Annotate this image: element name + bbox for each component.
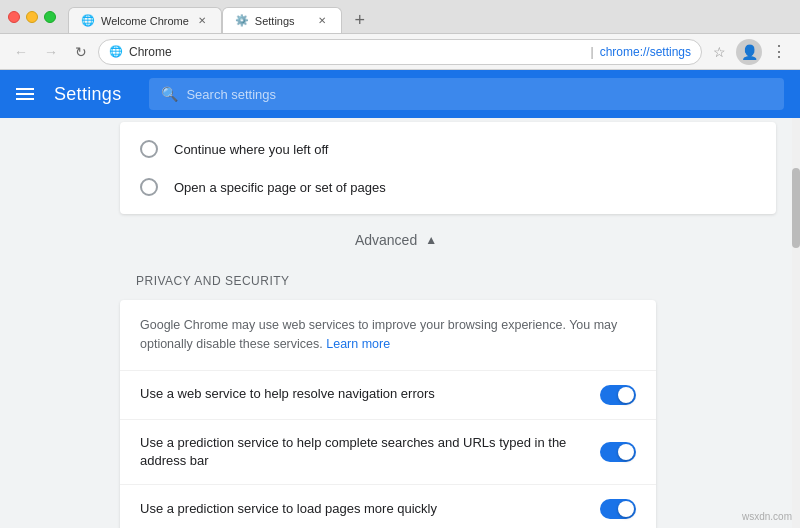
- tab-settings-favicon: ⚙️: [235, 14, 249, 28]
- radio-circle-specific: [140, 178, 158, 196]
- tab-settings-close[interactable]: ✕: [315, 14, 329, 28]
- tab-settings-label: Settings: [255, 15, 309, 27]
- radio-specific[interactable]: Open a specific page or set of pages: [120, 168, 776, 206]
- toggle-row-nav-errors: Use a web service to help resolve naviga…: [120, 371, 656, 420]
- toggle-load-pages[interactable]: [600, 499, 636, 519]
- toggle-nav-errors[interactable]: [600, 385, 636, 405]
- back-button[interactable]: ←: [8, 39, 34, 65]
- toggle-row-load-pages: Use a prediction service to load pages m…: [120, 485, 656, 528]
- url-separator: |: [591, 45, 594, 59]
- radio-specific-label: Open a specific page or set of pages: [174, 180, 386, 195]
- learn-more-link[interactable]: Learn more: [326, 337, 390, 351]
- scrollbar-track: [792, 118, 800, 528]
- tab-welcome-close[interactable]: ✕: [195, 14, 209, 28]
- url-bar[interactable]: 🌐 Chrome | chrome://settings: [98, 39, 702, 65]
- radio-continue[interactable]: Continue where you left off: [120, 130, 776, 168]
- watermark: wsxdn.com: [742, 511, 792, 522]
- refresh-button[interactable]: ↻: [68, 39, 94, 65]
- url-path: chrome://settings: [600, 45, 691, 59]
- minimize-window-button[interactable]: [26, 11, 38, 23]
- toggle-thumb-load-pages: [618, 501, 634, 517]
- tab-welcome-label: Welcome Chrome: [101, 15, 189, 27]
- toggle-thumb-nav-errors: [618, 387, 634, 403]
- advanced-section[interactable]: Advanced ▲: [0, 214, 792, 266]
- close-window-button[interactable]: [8, 11, 20, 23]
- startup-options-card: Continue where you left off Open a speci…: [120, 122, 776, 214]
- tabs-bar: 🌐 Welcome Chrome ✕ ⚙️ Settings ✕ +: [68, 0, 792, 33]
- toggle-prediction[interactable]: [600, 442, 636, 462]
- toggle-row-prediction: Use a prediction service to help complet…: [120, 420, 656, 485]
- new-tab-button[interactable]: +: [346, 7, 374, 33]
- toggle-thumb-prediction: [618, 444, 634, 460]
- toggle-label-prediction: Use a prediction service to help complet…: [140, 434, 600, 470]
- toggle-label-load-pages: Use a prediction service to load pages m…: [140, 500, 600, 518]
- profile-button[interactable]: 👤: [736, 39, 762, 65]
- scrollbar-thumb[interactable]: [792, 168, 800, 248]
- tab-welcome-favicon: 🌐: [81, 14, 95, 28]
- title-bar: 🌐 Welcome Chrome ✕ ⚙️ Settings ✕ +: [0, 0, 800, 34]
- tab-settings[interactable]: ⚙️ Settings ✕: [222, 7, 342, 33]
- search-icon: 🔍: [161, 86, 178, 102]
- bookmark-button[interactable]: ☆: [706, 39, 732, 65]
- hamburger-menu-button[interactable]: [16, 88, 34, 100]
- settings-body: Continue where you left off Open a speci…: [0, 118, 800, 528]
- secure-icon: 🌐: [109, 45, 123, 58]
- forward-button[interactable]: →: [38, 39, 64, 65]
- privacy-card: Google Chrome may use web services to im…: [120, 300, 656, 528]
- search-input[interactable]: Search settings: [186, 87, 276, 102]
- menu-button[interactable]: ⋮: [766, 39, 792, 65]
- address-bar: ← → ↻ 🌐 Chrome | chrome://settings ☆ 👤 ⋮: [0, 34, 800, 70]
- url-protocol: Chrome: [129, 45, 585, 59]
- settings-header: Settings 🔍 Search settings: [0, 70, 800, 118]
- tab-welcome[interactable]: 🌐 Welcome Chrome ✕: [68, 7, 222, 33]
- traffic-lights: [8, 11, 56, 23]
- chevron-up-icon: ▲: [425, 233, 437, 247]
- radio-circle-continue: [140, 140, 158, 158]
- maximize-window-button[interactable]: [44, 11, 56, 23]
- radio-continue-label: Continue where you left off: [174, 142, 328, 157]
- privacy-info: Google Chrome may use web services to im…: [120, 300, 656, 371]
- privacy-section-title: Privacy and security: [0, 266, 792, 296]
- advanced-label: Advanced: [355, 232, 417, 248]
- toggle-label-nav-errors: Use a web service to help resolve naviga…: [140, 385, 600, 403]
- settings-main: Continue where you left off Open a speci…: [0, 118, 792, 528]
- settings-title: Settings: [54, 84, 121, 105]
- search-bar[interactable]: 🔍 Search settings: [149, 78, 784, 110]
